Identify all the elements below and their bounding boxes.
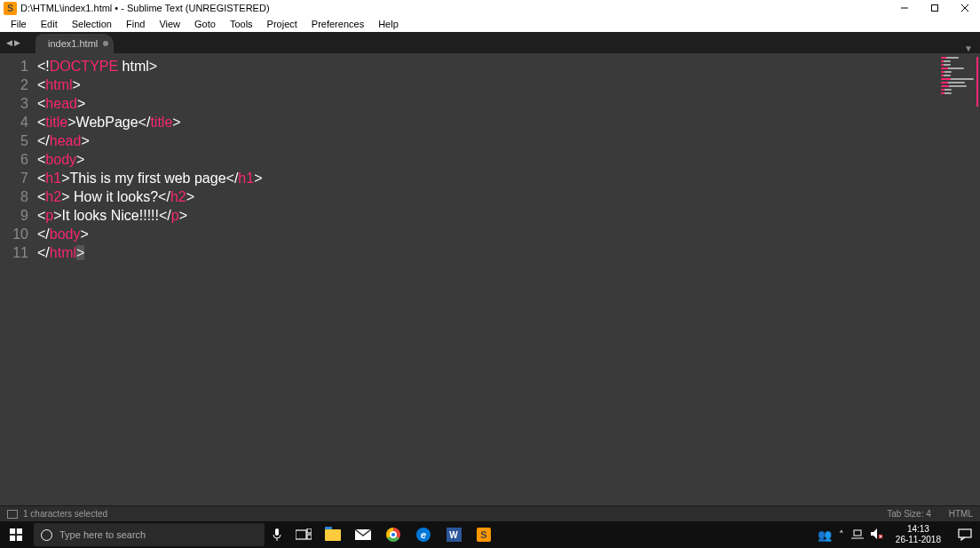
search-placeholder: Type here to search — [59, 529, 146, 540]
minimap[interactable] — [941, 57, 976, 128]
taskbar-app-sublime[interactable]: S — [469, 521, 499, 548]
svg-rect-5 — [17, 528, 22, 534]
line-number: 1 — [0, 57, 28, 75]
minimap-line — [941, 60, 951, 62]
tray-chevron-up-icon[interactable]: ˄ — [839, 529, 844, 541]
code-line[interactable]: </html> — [37, 243, 980, 262]
menu-selection[interactable]: Selection — [65, 19, 119, 29]
menu-bar: FileEditSelectionFindViewGotoToolsProjec… — [0, 16, 980, 32]
taskbar-app-mail[interactable] — [348, 521, 378, 548]
start-button[interactable] — [0, 521, 32, 548]
code-line[interactable]: <html> — [37, 75, 980, 94]
tab-label: index1.html — [48, 38, 98, 49]
mail-icon — [355, 529, 371, 540]
code-line[interactable]: <p>It looks Nice!!!!!</p> — [37, 206, 980, 225]
taskbar-app-edge[interactable]: e — [408, 521, 439, 548]
editor-app: ◀ ▶ index1.html ▼ 1234567891011 <!DOCTYP… — [0, 32, 980, 505]
line-number: 10 — [0, 225, 28, 243]
file-tab[interactable]: index1.html — [36, 34, 114, 53]
window-titlebar: S D:\HTML\index1.html • - Sublime Text (… — [0, 0, 980, 16]
network-icon[interactable] — [851, 528, 864, 541]
minimap-line — [941, 57, 959, 59]
line-number: 2 — [0, 75, 28, 94]
tab-row: ◀ ▶ index1.html ▼ — [0, 32, 980, 53]
taskbar-clock[interactable]: 14:13 26-11-2018 — [890, 524, 946, 545]
svg-rect-10 — [296, 530, 306, 539]
line-number-gutter: 1234567891011 — [0, 53, 37, 505]
code-line[interactable]: <h2> How it looks?</h2> — [37, 187, 980, 206]
code-line[interactable]: <body> — [37, 150, 980, 169]
syntax-status[interactable]: HTML — [949, 509, 973, 519]
code-area[interactable]: <!DOCTYPE html><html><head><title>WebPag… — [37, 53, 980, 505]
menu-tools[interactable]: Tools — [223, 19, 260, 29]
folder-icon — [325, 529, 341, 541]
minimap-line — [941, 78, 974, 80]
chevron-right-icon: ▶ — [14, 38, 20, 47]
minimap-line — [941, 85, 967, 87]
menu-preferences[interactable]: Preferences — [304, 19, 371, 29]
task-view-button[interactable] — [289, 521, 318, 548]
taskbar-app-chrome[interactable] — [378, 521, 408, 548]
panel-switcher-icon[interactable] — [7, 510, 18, 519]
search-icon — [41, 529, 52, 541]
minimap-line — [941, 71, 952, 73]
minimap-line — [941, 64, 951, 66]
word-icon: W — [447, 528, 462, 542]
menu-help[interactable]: Help — [371, 19, 406, 29]
code-line[interactable]: </head> — [37, 131, 980, 150]
line-number: 8 — [0, 187, 28, 206]
people-icon[interactable]: 👥 — [818, 528, 832, 542]
minimap-line — [941, 92, 952, 94]
svg-rect-11 — [307, 528, 312, 533]
menu-find[interactable]: Find — [119, 19, 152, 29]
minimap-line — [941, 82, 965, 83]
svg-rect-20 — [959, 529, 971, 537]
sublime-icon: S — [477, 528, 491, 542]
system-tray[interactable]: 👥 ˄ 14:13 26-11-2018 — [818, 521, 980, 548]
svg-rect-14 — [854, 530, 861, 536]
chrome-icon — [386, 528, 400, 542]
minimap-line — [941, 89, 952, 91]
clock-date: 26-11-2018 — [896, 535, 941, 545]
taskbar-app-word[interactable]: W — [439, 521, 469, 548]
line-number: 6 — [0, 150, 28, 169]
line-number: 3 — [0, 94, 28, 113]
tab-size-status[interactable]: Tab Size: 4 — [887, 509, 930, 519]
menu-edit[interactable]: Edit — [34, 19, 65, 29]
editor[interactable]: 1234567891011 <!DOCTYPE html><html><head… — [0, 53, 980, 505]
volume-icon[interactable] — [871, 528, 883, 541]
minimap-viewport-indicator — [976, 57, 978, 107]
maximize-button[interactable] — [920, 0, 950, 16]
minimize-button[interactable] — [889, 0, 920, 16]
line-number: 5 — [0, 131, 28, 150]
cortana-mic-icon[interactable] — [265, 521, 289, 548]
close-button[interactable] — [950, 0, 980, 16]
minimap-line — [941, 68, 964, 69]
code-line[interactable]: <h1>This is my first web page</h1> — [37, 169, 980, 187]
menu-goto[interactable]: Goto — [187, 19, 223, 29]
menu-view[interactable]: View — [152, 19, 187, 29]
dirty-indicator-icon — [103, 41, 108, 46]
svg-rect-8 — [275, 528, 279, 536]
tab-overflow-button[interactable]: ▼ — [964, 44, 980, 53]
menu-project[interactable]: Project — [260, 19, 304, 29]
tab-nav-arrows[interactable]: ◀ ▶ — [0, 32, 27, 53]
svg-rect-7 — [17, 536, 22, 541]
action-center-button[interactable] — [953, 521, 976, 548]
line-number: 4 — [0, 113, 28, 131]
taskbar-search[interactable]: Type here to search — [34, 523, 265, 546]
status-bar: 1 characters selected Tab Size: 4 HTML — [0, 505, 980, 521]
code-line[interactable]: </body> — [37, 225, 980, 243]
window-title: D:\HTML\index1.html • - Sublime Text (UN… — [20, 3, 889, 13]
code-line[interactable]: <title>WebPage</title> — [37, 113, 980, 131]
windows-taskbar: Type here to search e W S 👥 ˄ 14:13 26-1… — [0, 521, 980, 548]
svg-rect-12 — [307, 535, 312, 539]
code-line[interactable]: <head> — [37, 94, 980, 113]
taskbar-app-explorer[interactable] — [318, 521, 348, 548]
code-line[interactable]: <!DOCTYPE html> — [37, 57, 980, 75]
selection-status: 1 characters selected — [23, 509, 869, 519]
clock-time: 14:13 — [896, 524, 941, 535]
line-number: 7 — [0, 169, 28, 187]
menu-file[interactable]: File — [4, 19, 34, 29]
svg-rect-4 — [10, 528, 15, 534]
